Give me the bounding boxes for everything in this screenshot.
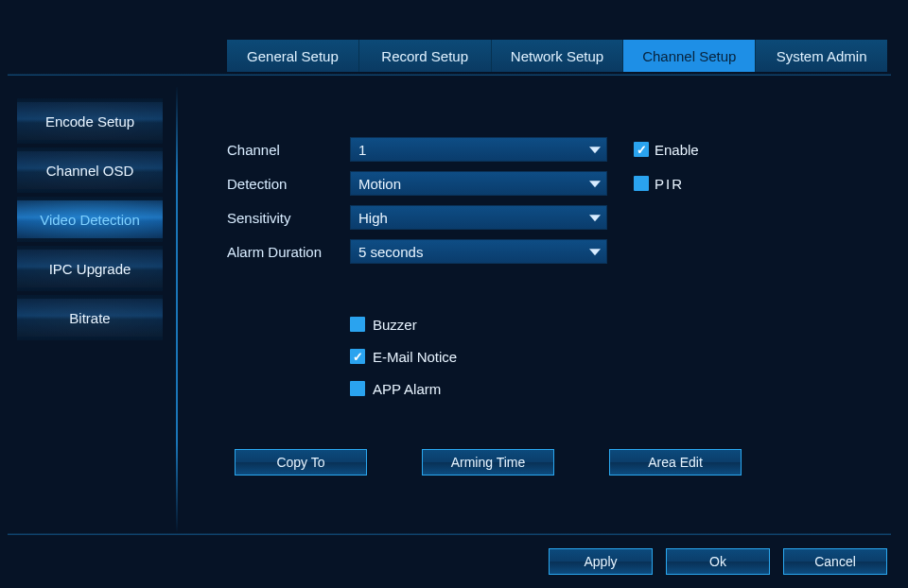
top-tabs: General Setup Record Setup Network Setup… xyxy=(227,40,887,72)
alert-options: Buzzer E-Mail Notice APP Alarm xyxy=(227,308,889,405)
apply-button[interactable]: Apply xyxy=(549,548,653,575)
buzzer-checkbox[interactable] xyxy=(350,317,365,332)
email-label: E-Mail Notice xyxy=(373,349,457,365)
detection-label: Detection xyxy=(227,176,350,192)
form-area: Channel 1 Enable Detection Motion PIR Se… xyxy=(227,132,889,405)
buzzer-label: Buzzer xyxy=(373,317,417,333)
divider-vertical xyxy=(176,87,178,531)
sensitivity-label: Sensitivity xyxy=(227,210,350,226)
ok-button[interactable]: Ok xyxy=(666,548,770,575)
sidebar: Encode Setup Channel OSD Video Detection… xyxy=(17,98,163,344)
tab-channel-setup[interactable]: Channel Setup xyxy=(622,40,755,72)
sensitivity-value: High xyxy=(358,210,388,226)
mid-button-row: Copy To Arming Time Area Edit xyxy=(235,449,742,476)
chevron-down-icon xyxy=(589,215,601,221)
sidebar-item-bitrate[interactable]: Bitrate xyxy=(17,295,163,340)
tab-network-setup[interactable]: Network Setup xyxy=(491,40,623,72)
channel-value: 1 xyxy=(358,142,366,158)
cancel-button[interactable]: Cancel xyxy=(783,548,887,575)
chevron-down-icon xyxy=(589,249,601,255)
chevron-down-icon xyxy=(589,181,601,187)
detection-value: Motion xyxy=(358,176,401,192)
tab-record-setup[interactable]: Record Setup xyxy=(358,40,491,72)
sidebar-item-encode-setup[interactable]: Encode Setup xyxy=(17,98,163,144)
sidebar-item-video-detection[interactable]: Video Detection xyxy=(17,197,163,242)
channel-dropdown[interactable]: 1 xyxy=(350,137,607,162)
enable-checkbox[interactable] xyxy=(634,142,649,157)
detection-dropdown[interactable]: Motion xyxy=(350,171,607,196)
sensitivity-dropdown[interactable]: High xyxy=(350,205,607,230)
alarm-duration-value: 5 seconds xyxy=(358,244,423,260)
tab-general-setup[interactable]: General Setup xyxy=(227,40,358,72)
alarm-duration-label: Alarm Duration xyxy=(227,244,350,260)
divider-bottom xyxy=(8,533,891,535)
pir-checkbox[interactable] xyxy=(634,176,649,191)
area-edit-button[interactable]: Area Edit xyxy=(609,449,742,476)
chevron-down-icon xyxy=(589,147,601,153)
pir-label: PIR xyxy=(655,176,684,192)
footer-button-row: Apply Ok Cancel xyxy=(549,548,887,575)
alarm-duration-dropdown[interactable]: 5 seconds xyxy=(350,239,607,264)
app-alarm-label: APP Alarm xyxy=(373,381,441,397)
tab-system-admin[interactable]: System Admin xyxy=(755,40,887,72)
arming-time-button[interactable]: Arming Time xyxy=(422,449,554,476)
sidebar-item-channel-osd[interactable]: Channel OSD xyxy=(17,147,163,193)
channel-label: Channel xyxy=(227,142,350,158)
copy-to-button[interactable]: Copy To xyxy=(235,449,367,476)
divider-top xyxy=(8,74,891,76)
sidebar-item-ipc-upgrade[interactable]: IPC Upgrade xyxy=(17,246,163,291)
email-checkbox[interactable] xyxy=(350,349,365,364)
enable-label: Enable xyxy=(655,142,699,158)
app-alarm-checkbox[interactable] xyxy=(350,381,365,396)
